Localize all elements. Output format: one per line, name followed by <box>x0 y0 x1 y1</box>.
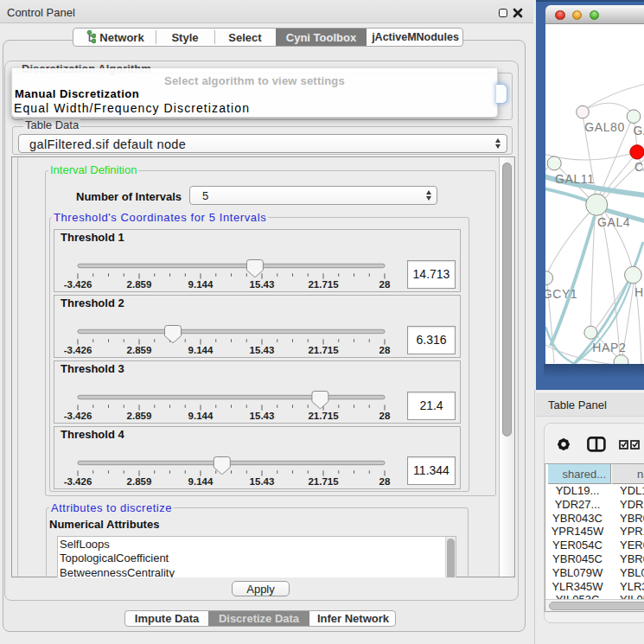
svg-text:9.144: 9.144 <box>188 279 214 290</box>
svg-text:-3.426: -3.426 <box>64 279 92 290</box>
svg-text:2.859: 2.859 <box>127 345 152 355</box>
svg-text:HI: HI <box>634 285 644 299</box>
svg-text:15.43: 15.43 <box>250 345 275 355</box>
svg-text:-3.426: -3.426 <box>64 475 92 486</box>
svg-text:28: 28 <box>379 475 391 486</box>
svg-text:15.43: 15.43 <box>250 279 275 290</box>
svg-text:2.859: 2.859 <box>127 279 152 290</box>
svg-text:9.144: 9.144 <box>188 411 214 421</box>
svg-text:15.43: 15.43 <box>250 475 275 486</box>
svg-text:GAL80: GAL80 <box>584 120 625 134</box>
svg-text:C: C <box>634 160 644 174</box>
svg-text:GAL11: GAL11 <box>555 172 595 186</box>
svg-text:21.715: 21.715 <box>308 279 339 290</box>
svg-text:2.859: 2.859 <box>127 475 152 486</box>
svg-text:9.144: 9.144 <box>188 475 214 486</box>
svg-text:2.859: 2.859 <box>127 411 152 421</box>
svg-text:GA: GA <box>634 124 644 137</box>
svg-text:-3.426: -3.426 <box>64 411 92 421</box>
svg-text:28: 28 <box>379 411 391 421</box>
svg-text:15.43: 15.43 <box>250 411 275 421</box>
svg-text:28: 28 <box>379 279 391 290</box>
svg-text:21.715: 21.715 <box>308 475 339 486</box>
svg-text:21.715: 21.715 <box>308 411 339 421</box>
svg-text:9.144: 9.144 <box>188 345 214 355</box>
svg-text:28: 28 <box>379 345 391 355</box>
svg-text:-3.426: -3.426 <box>64 345 92 355</box>
svg-text:21.715: 21.715 <box>308 345 339 355</box>
svg-text:GAL4: GAL4 <box>597 215 630 229</box>
svg-text:HAP2: HAP2 <box>592 341 626 354</box>
svg-text:GCY1: GCY1 <box>545 287 577 301</box>
